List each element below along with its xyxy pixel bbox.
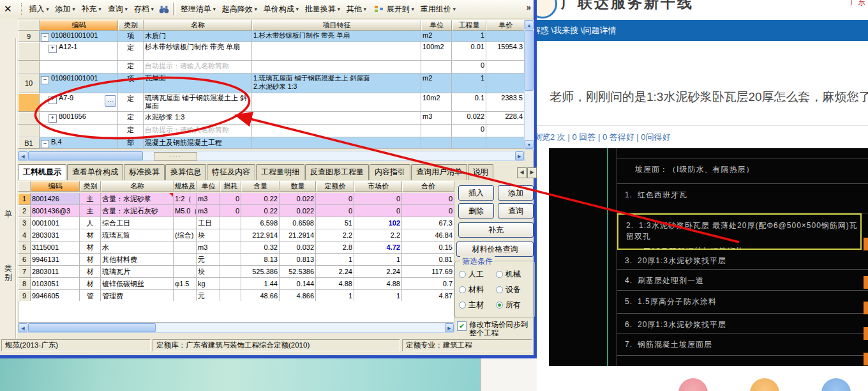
name-cell[interactable]: 木质门: [144, 31, 252, 42]
name-cell[interactable]: 混凝土及钢筋混凝土工程: [144, 137, 252, 149]
quantity-cell[interactable]: 1: [452, 73, 486, 93]
expand-icon[interactable]: +: [49, 114, 57, 123]
add-button[interactable]: 添加: [498, 185, 534, 201]
main-table-vscrollbar[interactable]: ▲ ▼: [524, 20, 534, 150]
column-header-损耗[interactable]: 损耗: [220, 181, 241, 192]
code-cell[interactable]: +8001656: [40, 112, 118, 125]
bill-row[interactable]: +A7-9…定琉璃瓦屋面 铺于钢筋混凝土上 斜屋面10m20.12383.5: [18, 93, 525, 112]
column-header-规格及[interactable]: 规格及: [174, 181, 197, 192]
market-cell[interactable]: 0: [354, 193, 402, 205]
bill-row[interactable]: +A12-1定杉木带纱镶板门制作 带亮 单扇100m20.0115954.3: [18, 42, 525, 61]
column-header-合价[interactable]: 合价: [402, 181, 454, 192]
tab-换算信息[interactable]: 换算信息: [165, 164, 206, 180]
radio-icon[interactable]: [459, 286, 466, 293]
tab-scroll-left-icon[interactable]: ◀: [517, 167, 527, 178]
market-cell[interactable]: 4.72: [354, 241, 402, 254]
quantity-cell[interactable]: 0.01: [452, 42, 486, 61]
vscroll-thumb[interactable]: [525, 30, 534, 91]
scroll-down-icon[interactable]: ▼: [525, 140, 534, 149]
scroll-left-icon[interactable]: ◀: [19, 151, 27, 160]
column-header-名称[interactable]: 名称: [101, 181, 174, 192]
scroll-up-icon[interactable]: ▲: [525, 20, 534, 29]
scroll-right-icon[interactable]: ▶: [515, 151, 524, 160]
menu-item-添加[interactable]: 添加▾: [52, 3, 79, 16]
column-header-类别[interactable]: 类别: [118, 20, 144, 31]
bill-row[interactable]: 10−010901001001项瓦屋面1.琉璃瓦屋面 铺于钢筋混凝土上 斜屋面 …: [18, 73, 525, 93]
name-cell[interactable]: 杉木带纱镶板门制作 带亮 单扇: [144, 42, 252, 61]
code-cell[interactable]: −010901001001: [40, 73, 118, 93]
collapse-icon[interactable]: −: [41, 76, 49, 84]
region-link[interactable]: 广东: [850, 0, 865, 8]
radio-机械[interactable]: 机械: [496, 269, 530, 280]
market-cell[interactable]: 0: [354, 205, 402, 217]
menu-item-存档[interactable]: 存档▾: [131, 3, 157, 16]
emoji-pink-icon[interactable]: [678, 378, 708, 391]
collapse-icon[interactable]: −: [41, 33, 49, 42]
radio-人工[interactable]: 人工: [459, 269, 496, 280]
column-header-项目特征[interactable]: 项目特征: [252, 20, 421, 31]
resource-row[interactable]: 69946131材其他材料费元8.130.813110.81: [18, 254, 454, 266]
column-header-单价[interactable]: 单价: [486, 20, 525, 31]
quantity-cell[interactable]: [452, 137, 486, 149]
name-cell[interactable]: 水泥砂浆 1:3: [144, 112, 252, 125]
name-cell[interactable]: 自动提示：请输入名称简称: [144, 61, 252, 73]
emoji-orange-icon[interactable]: [750, 378, 779, 391]
tab-scroller[interactable]: ◀▶: [517, 167, 537, 178]
menu-item-查询[interactable]: 查询▾: [105, 3, 131, 16]
market-cell[interactable]: 2.24: [354, 266, 402, 278]
menu-item-单价构成[interactable]: 单价构成▾: [260, 3, 302, 16]
tab-查看单价构成[interactable]: 查看单价构成: [67, 164, 123, 180]
tab-说明[interactable]: 说明: [468, 164, 493, 180]
toolbar-overflow-chevron[interactable]: »: [527, 3, 531, 12]
quantity-cell[interactable]: 1: [452, 31, 486, 42]
resource-row[interactable]: 28001436@3主含量：水泥石灰砂M5.0（m300.220.022000: [18, 205, 454, 217]
column-header-数量[interactable]: 数量: [280, 181, 316, 192]
expand-icon[interactable]: +: [49, 45, 57, 53]
material-price-query-button[interactable]: 材料价格查询: [456, 241, 534, 257]
column-header-工程量[interactable]: 工程量: [452, 20, 486, 31]
menu-item-展开到[interactable]: 展开到▾: [370, 3, 417, 16]
code-cell[interactable]: −010801001001: [40, 31, 118, 42]
menu-item-补充[interactable]: 补充▾: [79, 3, 105, 16]
vertical-splitter[interactable]: [15, 38, 17, 339]
resource-row[interactable]: 18001426主含量：水泥砂浆1:2（m300.220.022000: [18, 193, 454, 205]
market-cell[interactable]: 2.2: [354, 229, 402, 241]
pane-splitter-dots[interactable]: ····: [154, 152, 197, 161]
market-cell[interactable]: 102: [354, 217, 402, 229]
bill-row[interactable]: 9−010801001001项木质门1.杉木带纱镶板门制作 带亮 单扇m21: [18, 31, 525, 42]
tab-scroll-right-icon[interactable]: ▶: [527, 167, 537, 178]
column-header-类别[interactable]: 类别: [80, 181, 101, 192]
insert-button[interactable]: 插入: [458, 185, 494, 201]
resource-row[interactable]: 53115001材水m30.320.0322.84.720.15: [18, 241, 454, 254]
expand-icon[interactable]: +: [49, 96, 57, 104]
hscroll-thumb[interactable]: [28, 151, 143, 160]
quantity-cell[interactable]: 0: [452, 61, 486, 73]
collapse-icon[interactable]: −: [41, 140, 49, 148]
tab-工料机显示[interactable]: 工料机显示: [18, 164, 66, 180]
code-cell[interactable]: −B.4: [40, 137, 118, 149]
hscroll-thumb[interactable]: [28, 323, 156, 332]
tab-反查图形工程量[interactable]: 反查图形工程量: [305, 164, 369, 180]
market-cell[interactable]: 4.88: [354, 278, 402, 290]
name-cell[interactable]: 瓦屋面: [144, 73, 252, 93]
scroll-right-icon[interactable]: ▶: [445, 323, 454, 332]
code-cell[interactable]: +A12-1: [40, 42, 118, 61]
checkbox-check-icon[interactable]: ✔: [457, 321, 467, 331]
query-button[interactable]: 查询: [498, 203, 534, 218]
main-table-hscrollbar[interactable]: ◀ ···· ▶: [18, 151, 525, 161]
quantity-cell[interactable]: 0.1: [452, 93, 486, 112]
code-cell[interactable]: +A7-9…: [40, 93, 118, 112]
supplement-button[interactable]: 补充: [458, 222, 534, 238]
resource-row[interactable]: 42803031材琉璃瓦筒(综合)块212.91421.29142.22.246…: [18, 229, 454, 241]
menu-item-重用组价[interactable]: 重用组价▾: [417, 3, 459, 16]
bill-row[interactable]: 定自动提示：请输入名称简称0: [18, 125, 525, 137]
column-header-编码[interactable]: 编码: [40, 20, 118, 31]
radio-icon[interactable]: [496, 286, 503, 293]
close-icon[interactable]: ✕: [4, 0, 12, 18]
menu-item-插入[interactable]: 插入▾: [26, 3, 52, 16]
name-cell[interactable]: 自动提示：请输入名称简称: [144, 125, 252, 137]
quantity-cell[interactable]: 0: [452, 125, 486, 137]
tab-内容指引[interactable]: 内容指引: [370, 164, 410, 180]
radio-icon[interactable]: [459, 302, 466, 309]
radio-所有[interactable]: 所有: [496, 300, 530, 310]
